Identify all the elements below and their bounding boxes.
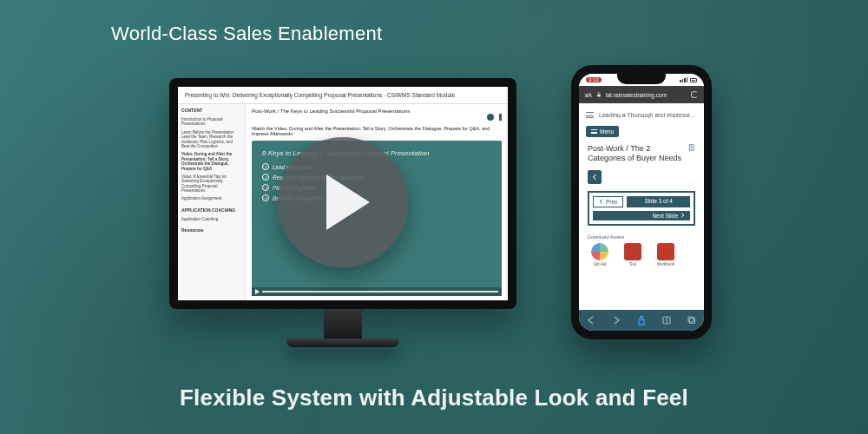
download-item[interactable]: Tool <box>621 243 645 266</box>
hamburger-icon[interactable] <box>586 112 594 118</box>
tabs-icon[interactable] <box>687 315 697 326</box>
mobile-phone: 3:13 aA tal.rainsalestraining.com Leadin… <box>571 65 712 339</box>
pdf-icon <box>657 243 674 260</box>
downloads-label: Download Assets <box>588 234 695 240</box>
svg-text:4: 4 <box>265 197 266 201</box>
safari-toolbar <box>579 310 704 331</box>
video-controls[interactable] <box>252 287 502 296</box>
content-title: Post-Work / The 2 Categories of Buyer Ne… <box>588 144 695 163</box>
reload-icon[interactable] <box>691 91 698 98</box>
sidebar-item[interactable]: Introduction to Proposal Presentations <box>181 116 241 128</box>
downloads-row: Job Aid Tool Workbook <box>588 243 695 266</box>
sidebar-item[interactable]: Learn Before the Presentation: Lead the … <box>181 129 241 150</box>
note-icon[interactable] <box>688 144 695 151</box>
chevron-left-icon <box>599 199 603 204</box>
svg-text:3: 3 <box>265 187 266 190</box>
pdf-icon <box>624 243 641 260</box>
svg-text:2: 2 <box>264 176 266 180</box>
next-slide-button[interactable]: Next Slide <box>593 211 690 220</box>
forward-icon[interactable] <box>611 315 621 326</box>
share-icon[interactable] <box>636 315 647 326</box>
sidebar-section-header: APPLICATION COACHING <box>181 207 241 214</box>
lms-sidebar: CONTENT Introduction to Proposal Present… <box>178 104 246 300</box>
hamburger-icon <box>591 129 597 134</box>
download-item[interactable]: Job Aid <box>588 243 612 266</box>
mobile-app-header: Leading a Thorough and Impressiv… <box>579 103 704 126</box>
text-size-button[interactable]: aA <box>585 92 592 98</box>
video-play-button[interactable] <box>278 137 408 267</box>
status-signal-icon <box>680 77 697 82</box>
chevron-left-icon <box>592 174 597 181</box>
sidebar-item[interactable]: Video: During and After the Presentation… <box>181 151 241 172</box>
mobile-content: Post-Work / The 2 Categories of Buyer Ne… <box>579 144 704 310</box>
play-icon <box>326 174 370 230</box>
sidebar-item[interactable]: Application Coaching <box>181 216 241 222</box>
download-item[interactable]: Workbook <box>654 243 678 266</box>
menu-button-label: Menu <box>600 128 614 135</box>
play-icon[interactable] <box>255 289 260 294</box>
menu-button[interactable]: Menu <box>586 126 619 137</box>
chevron-right-icon <box>681 213 685 218</box>
phone-bezel: 3:13 aA tal.rainsalestraining.com Leadin… <box>571 65 712 339</box>
monitor-stand-base <box>286 339 399 347</box>
tagline: Flexible System with Adjustable Look and… <box>0 385 868 411</box>
badge-icon <box>487 114 494 121</box>
svg-text:1: 1 <box>265 166 266 169</box>
sidebar-section-header: Resources <box>181 227 241 234</box>
slide-navigator: Prev Slide 3 of 4 Next Slide <box>588 191 695 226</box>
sidebar-item[interactable]: Video: 8 Essential Tips for Delivering E… <box>181 174 241 194</box>
svg-rect-4 <box>597 94 601 96</box>
hero-title: World-Class Sales Enablement <box>111 23 382 45</box>
mobile-page-title: Leading a Thorough and Impressiv… <box>599 112 697 118</box>
url-domain: tal.rainsalestraining.com <box>606 92 687 98</box>
mobile-lms-webapp: 3:13 aA tal.rainsalestraining.com Leadin… <box>579 74 704 331</box>
phone-notch <box>617 74 666 84</box>
browser-url-bar[interactable]: aA tal.rainsalestraining.com <box>579 86 704 103</box>
page-title: Presenting to Win: Delivering Exceptiona… <box>178 87 508 104</box>
back-icon[interactable] <box>586 315 596 326</box>
lock-icon <box>596 92 602 97</box>
instruction-text: Watch the Video: During and After the Pr… <box>252 126 502 136</box>
seek-track[interactable] <box>262 291 498 293</box>
slide-counter: Slide 3 of 4 <box>627 196 690 207</box>
sidebar-item[interactable]: Application Assignment <box>181 195 241 201</box>
menu-icon[interactable] <box>499 114 502 121</box>
jobaid-icon <box>591 243 608 260</box>
prev-slide-button[interactable]: Prev <box>593 196 623 207</box>
back-button[interactable] <box>588 170 602 184</box>
monitor-stand-neck <box>324 309 362 339</box>
bookmarks-icon[interactable] <box>661 315 672 326</box>
sidebar-section-header: CONTENT <box>181 108 241 115</box>
status-time: 3:13 <box>586 77 602 82</box>
